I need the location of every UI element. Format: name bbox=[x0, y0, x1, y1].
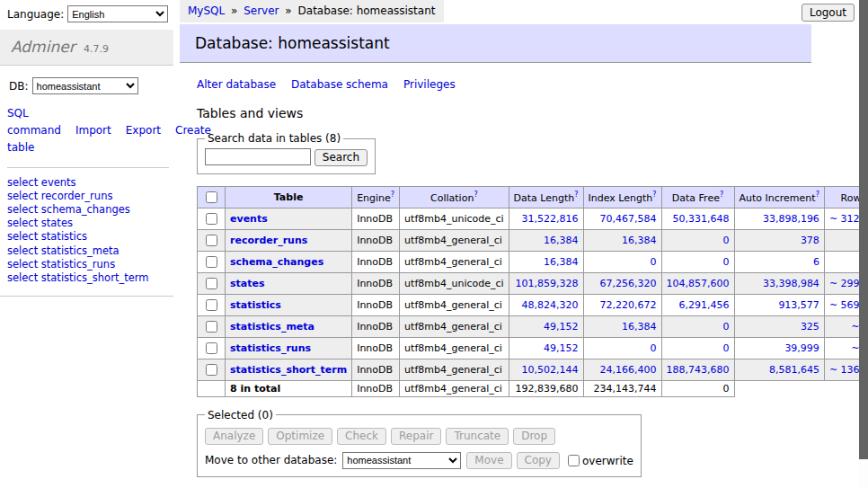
table-name-link[interactable]: statistics_runs bbox=[230, 342, 311, 354]
data-length-cell-link[interactable]: 49,152 bbox=[544, 321, 579, 333]
help-link[interactable]: ? bbox=[574, 191, 578, 199]
auto-increment-cell-link[interactable]: 378 bbox=[801, 235, 819, 246]
table-name-link[interactable]: schema_changes bbox=[230, 256, 323, 268]
row-checkbox[interactable] bbox=[206, 256, 217, 268]
db-action-link[interactable]: Alter database bbox=[197, 78, 276, 91]
sidebar-select-link[interactable]: select statistics bbox=[7, 230, 173, 244]
db-select[interactable]: homeassistant bbox=[32, 77, 138, 94]
sidebar-select-link[interactable]: select schema_changes bbox=[7, 203, 173, 217]
app-name: Adminer bbox=[11, 38, 75, 56]
overwrite-checkbox[interactable] bbox=[568, 455, 580, 466]
data-free-cell-link[interactable]: 0 bbox=[723, 321, 730, 333]
row-checkbox-cell bbox=[198, 315, 226, 337]
sidebar-menu-link[interactable]: SQL command bbox=[7, 107, 61, 137]
table-name-link[interactable]: statistics bbox=[230, 299, 281, 311]
auto-increment-cell-link[interactable]: 6 bbox=[813, 256, 819, 268]
table-name-cell: recorder_runs bbox=[226, 229, 352, 251]
sidebar-select-link[interactable]: select statistics_short_term bbox=[7, 271, 173, 285]
scrollbar-thumb[interactable] bbox=[859, 0, 868, 459]
auto-increment-cell-link[interactable]: 33,898,196 bbox=[763, 213, 819, 225]
auto-increment-cell-link[interactable]: 39,999 bbox=[784, 342, 819, 354]
auto-increment-cell-link[interactable]: 325 bbox=[801, 321, 819, 333]
breadcrumb-item[interactable]: MySQL bbox=[188, 4, 225, 17]
data-length-cell-link[interactable]: 16,384 bbox=[544, 256, 579, 268]
select-all-checkbox[interactable] bbox=[206, 191, 217, 203]
help-link[interactable]: ? bbox=[474, 191, 477, 199]
index-length-cell-link[interactable]: 0 bbox=[651, 256, 657, 268]
data-length-cell-link[interactable]: 10,502,144 bbox=[522, 364, 579, 376]
index-length-cell-link[interactable]: 16,384 bbox=[622, 321, 657, 333]
data-free-cell-link[interactable]: 0 bbox=[723, 235, 730, 246]
breadcrumb-item[interactable]: Server bbox=[244, 4, 279, 17]
truncate-button[interactable]: Truncate bbox=[446, 428, 509, 445]
table-name-link[interactable]: statistics_short_term bbox=[230, 364, 347, 376]
check-button[interactable]: Check bbox=[337, 428, 386, 445]
data-free-cell-link[interactable]: 188,743,680 bbox=[667, 364, 730, 376]
total-data-length-cell: 192,839,680 bbox=[509, 380, 583, 396]
help-link[interactable]: ? bbox=[391, 191, 394, 199]
data-free-cell-link[interactable]: 6,291,456 bbox=[679, 299, 730, 311]
table-row: recorder_runsInnoDButf8mb4_general_ci16,… bbox=[198, 229, 868, 251]
index-length-cell: 0 bbox=[583, 251, 661, 272]
row-checkbox[interactable] bbox=[206, 364, 217, 376]
auto-increment-cell-link[interactable]: 8,581,645 bbox=[769, 364, 819, 376]
help-link[interactable]: ? bbox=[652, 191, 656, 199]
sidebar-select-link[interactable]: select statistics_runs bbox=[7, 258, 173, 271]
sidebar-select-link[interactable]: select recorder_runs bbox=[7, 190, 173, 203]
index-length-cell-link[interactable]: 0 bbox=[651, 342, 657, 354]
index-length-cell-link[interactable]: 24,166,400 bbox=[600, 364, 657, 376]
copy-button[interactable]: Copy bbox=[517, 452, 560, 469]
data-length-cell-link[interactable]: 16,384 bbox=[544, 235, 579, 246]
data-free-cell-link[interactable]: 0 bbox=[723, 342, 730, 354]
sidebar-select-link[interactable]: select statistics_meta bbox=[7, 244, 173, 258]
index-length-cell-link[interactable]: 67,256,320 bbox=[600, 278, 657, 289]
auto-increment-cell: 913,577 bbox=[734, 294, 824, 315]
sidebar-select-link[interactable]: select states bbox=[7, 217, 173, 230]
data-free-cell-link[interactable]: 0 bbox=[723, 256, 730, 268]
index-length-cell: 16,384 bbox=[583, 315, 661, 337]
index-length-cell: 0 bbox=[583, 337, 661, 359]
index-length-cell: 72,220,672 bbox=[583, 294, 661, 315]
data-length-cell-link[interactable]: 49,152 bbox=[544, 342, 579, 354]
sidebar-select-link[interactable]: select events bbox=[7, 176, 173, 190]
drop-button[interactable]: Drop bbox=[513, 428, 555, 445]
table-name-link[interactable]: states bbox=[230, 278, 265, 289]
table-name-link[interactable]: events bbox=[230, 213, 268, 225]
db-action-link[interactable]: Privileges bbox=[403, 78, 456, 91]
analyze-button[interactable]: Analyze bbox=[205, 428, 263, 445]
data-length-cell-link[interactable]: 31,522,816 bbox=[522, 213, 579, 225]
table-name-link[interactable]: recorder_runs bbox=[230, 235, 307, 246]
row-checkbox[interactable] bbox=[206, 213, 217, 225]
auto-increment-cell-link[interactable]: 33,398,984 bbox=[763, 278, 819, 289]
search-input[interactable] bbox=[205, 148, 311, 165]
data-free-cell-link[interactable]: 104,857,600 bbox=[667, 278, 730, 289]
search-button[interactable]: Search bbox=[314, 149, 368, 166]
optimize-button[interactable]: Optimize bbox=[268, 428, 332, 445]
index-length-cell-link[interactable]: 16,384 bbox=[622, 235, 657, 246]
help-link[interactable]: ? bbox=[720, 191, 723, 199]
index-length-cell-link[interactable]: 72,220,672 bbox=[600, 299, 657, 311]
sidebar-menu-link[interactable]: Import bbox=[75, 124, 111, 137]
move-button[interactable]: Move bbox=[466, 452, 511, 469]
index-length-cell-link[interactable]: 70,467,584 bbox=[600, 213, 657, 225]
data-length-cell-link[interactable]: 48,824,320 bbox=[522, 299, 579, 311]
row-checkbox[interactable] bbox=[206, 299, 217, 311]
row-checkbox[interactable] bbox=[206, 235, 217, 246]
data-free-cell-link[interactable]: 50,331,648 bbox=[673, 213, 730, 225]
table-name-link[interactable]: statistics_meta bbox=[230, 321, 314, 333]
sidebar-menu-link[interactable]: Export bbox=[126, 124, 161, 137]
repair-button[interactable]: Repair bbox=[391, 428, 441, 445]
row-checkbox[interactable] bbox=[206, 342, 217, 354]
move-db-select[interactable]: homeassistant bbox=[342, 452, 461, 469]
logout-button[interactable]: Logout bbox=[802, 4, 855, 22]
help-link[interactable]: ? bbox=[816, 191, 819, 199]
data-length-cell-link[interactable]: 101,859,328 bbox=[516, 278, 579, 289]
row-checkbox[interactable] bbox=[206, 278, 217, 289]
data-free-cell: 104,857,600 bbox=[661, 272, 734, 294]
breadcrumb-separator: » bbox=[282, 4, 296, 17]
scrollbar[interactable] bbox=[859, 0, 868, 488]
db-action-link[interactable]: Database schema bbox=[291, 78, 388, 91]
language-select[interactable]: English bbox=[67, 5, 168, 22]
auto-increment-cell-link[interactable]: 913,577 bbox=[778, 299, 819, 311]
row-checkbox[interactable] bbox=[206, 321, 217, 333]
